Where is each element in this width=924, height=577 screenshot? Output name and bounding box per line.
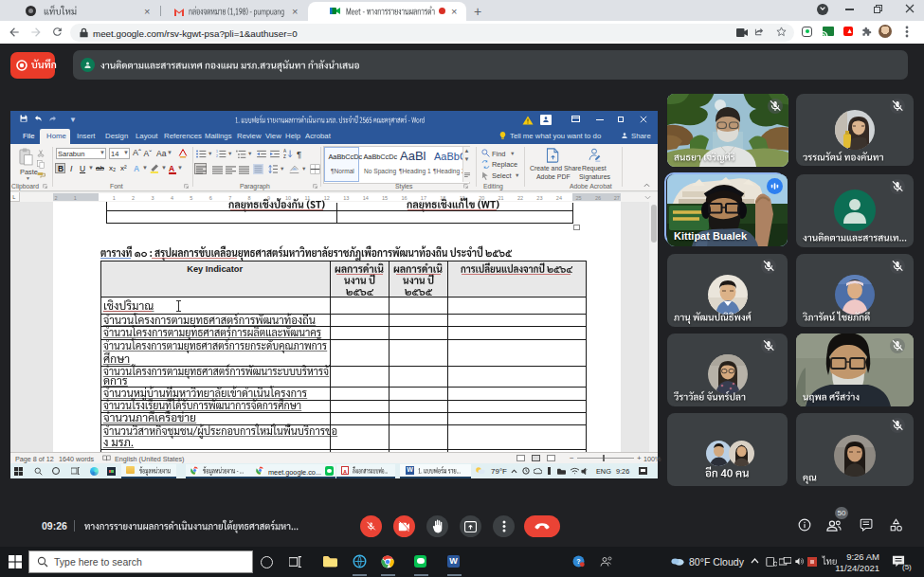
svg-text:1: 1 [216,150,218,153]
svg-text:?: ? [576,558,580,565]
svg-text:Z: Z [283,154,286,159]
svg-text:2: 2 [216,154,218,158]
svg-text:A: A [283,149,287,153]
